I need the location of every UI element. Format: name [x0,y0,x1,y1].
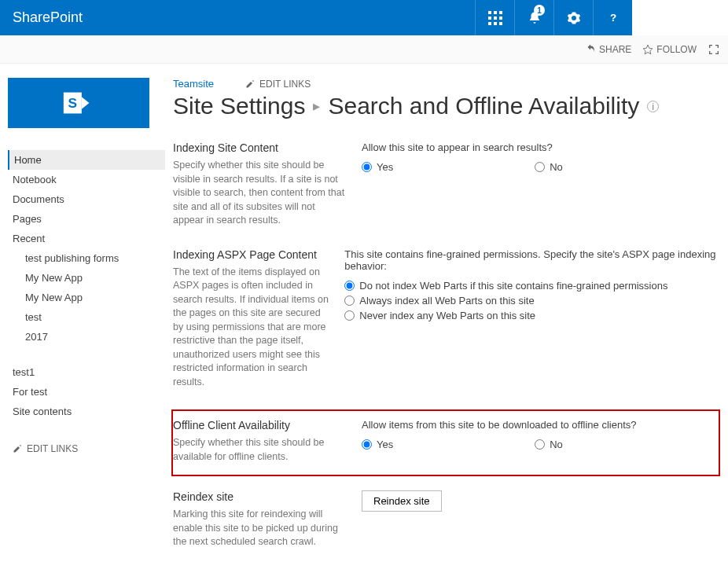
section-desc: Specify whether this site should be visi… [173,159,347,228]
radio-input[interactable] [535,439,545,450]
share-button[interactable]: SHARE [585,44,631,55]
sharepoint-icon: S [61,85,97,121]
title-parent: Site Settings [173,93,305,119]
main-content: Teamsite EDIT LINKS Site Settings ▸ Sear… [165,78,720,570]
nav-item-home[interactable]: Home [8,150,165,170]
nav-recent-item[interactable]: test publishing forms [8,248,165,268]
offline-question: Allow items from this site to be downloa… [362,419,711,431]
nav-recent-item[interactable]: My New App [8,268,165,288]
section-desc: The text of the items displayed on ASPX … [173,266,330,390]
focus-icon [708,43,720,56]
section-indexing-aspx: Indexing ASPX Page Content The text of t… [173,248,720,390]
page-title: Site Settings ▸ Search and Offline Avail… [173,93,720,119]
radio-input[interactable] [344,281,355,291]
section-heading: Offline Client Availability [173,419,347,431]
svg-rect-3 [488,17,491,20]
nav-item[interactable]: test1 [8,362,165,382]
pencil-icon [13,444,22,453]
action-bar: SHARE FOLLOW [0,35,728,64]
question-icon: ? [606,11,620,25]
nav-item-documents[interactable]: Documents [8,189,165,209]
index-aspx-question: This site contains fine-grained permissi… [344,248,720,272]
svg-text:S: S [68,95,78,111]
nav-item-recent[interactable]: Recent [8,229,165,248]
svg-text:?: ? [609,11,616,23]
section-offline: Offline Client Availability Specify whet… [173,419,711,464]
radio-input[interactable] [344,296,355,306]
index-site-yes[interactable]: Yes [362,161,393,173]
app-launcher-button[interactable] [475,0,514,35]
waffle-icon [488,11,502,25]
edit-links-button[interactable]: EDIT LINKS [8,437,165,461]
site-logo[interactable]: S [8,78,149,128]
edit-links-top-label: EDIT LINKS [259,79,311,90]
footer-buttons: OK Cancel [0,570,728,581]
section-heading: Reindex site [173,490,347,503]
nav-item-site-contents[interactable]: Site contents [8,402,165,421]
suite-bar: SharePoint 1 ? [0,0,728,35]
radio-input[interactable] [362,439,372,450]
focus-button[interactable] [708,43,720,56]
radio-input[interactable] [362,162,372,172]
nav-recent-item[interactable]: 2017 [8,327,165,347]
info-icon[interactable]: i [647,101,659,112]
svg-rect-5 [499,17,502,20]
quick-launch-nav: Home Notebook Documents Pages Recent tes… [8,150,165,347]
section-desc: Marking this site for reindexing will en… [173,508,347,549]
nav-item-pages[interactable]: Pages [8,209,165,229]
section-heading: Indexing ASPX Page Content [173,248,330,261]
svg-rect-0 [488,11,491,14]
star-icon [642,44,653,55]
index-site-no[interactable]: No [535,161,563,173]
title-page: Search and Offline Availability [328,93,639,119]
svg-rect-6 [488,22,491,25]
index-site-question: Allow this site to appear in search resu… [362,141,720,153]
aspx-opt-1[interactable]: Do not index Web Parts if this site cont… [344,280,720,292]
aspx-opt-2[interactable]: Always index all Web Parts on this site [344,295,720,307]
nav-item-notebook[interactable]: Notebook [8,170,165,189]
svg-rect-2 [499,11,502,14]
breadcrumb-site-link[interactable]: Teamsite [173,78,214,90]
aspx-opt-3[interactable]: Never index any Web Parts on this site [344,310,720,321]
left-column: S Home Notebook Documents Pages Recent t… [8,78,165,570]
svg-rect-4 [494,17,497,20]
edit-links-top[interactable]: EDIT LINKS [245,79,311,90]
follow-label: FOLLOW [656,44,697,55]
edit-links-label: EDIT LINKS [27,443,78,454]
radio-input[interactable] [535,162,545,172]
reindex-button[interactable]: Reindex site [362,490,442,512]
section-desc: Specify whether this site should be avai… [173,436,347,464]
section-reindex: Reindex site Marking this site for reind… [173,490,720,549]
follow-button[interactable]: FOLLOW [642,44,697,55]
offline-yes[interactable]: Yes [362,439,393,450]
settings-button[interactable] [553,0,593,35]
notification-badge: 1 [534,5,545,16]
gear-icon [567,11,581,25]
svg-rect-7 [494,22,497,25]
breadcrumb-row: Teamsite EDIT LINKS [173,78,720,90]
suite-end-spacer [632,0,728,35]
share-label: SHARE [599,44,631,55]
highlight-box: Offline Client Availability Specify whet… [171,409,720,476]
nav-recent-item[interactable]: My New App [8,288,165,307]
pencil-icon [245,79,255,89]
help-button[interactable]: ? [593,0,632,35]
offline-no[interactable]: No [535,439,563,450]
svg-rect-1 [494,11,497,14]
section-heading: Indexing Site Content [173,141,347,154]
svg-rect-8 [499,22,502,25]
nav-item[interactable]: For test [8,382,165,402]
radio-input[interactable] [344,310,355,321]
brand-label: SharePoint [0,9,83,26]
quick-launch-nav-lower: test1 For test Site contents [8,362,165,421]
breadcrumb-separator-icon: ▸ [313,97,320,115]
share-icon [585,44,596,55]
section-indexing-site: Indexing Site Content Specify whether th… [173,141,720,228]
nav-recent-item[interactable]: test [8,307,165,327]
notifications-button[interactable]: 1 [514,0,553,35]
